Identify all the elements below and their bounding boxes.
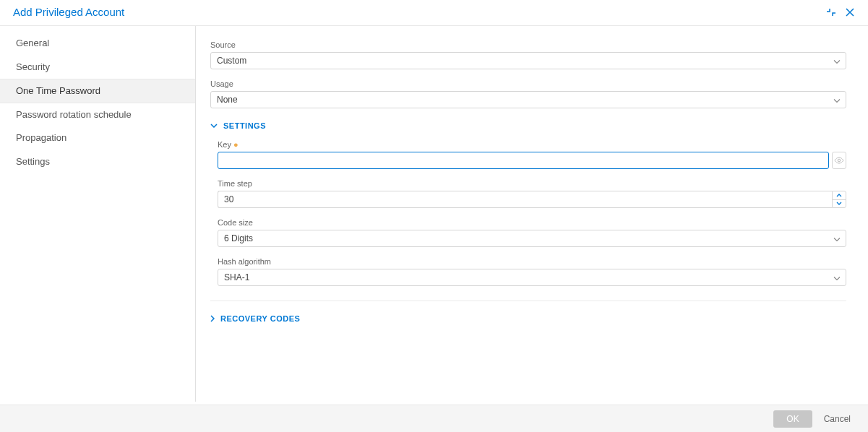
time-step-stepper <box>218 191 846 208</box>
hash-algorithm-value: SHA-1 <box>218 269 846 286</box>
chevron-down-icon <box>836 200 842 207</box>
sidebar-item-settings[interactable]: Settings <box>0 150 195 174</box>
hash-algorithm-select[interactable]: SHA-1 <box>218 269 846 286</box>
code-size-select[interactable]: 6 Digits <box>218 230 846 247</box>
key-input[interactable] <box>218 152 829 169</box>
content-panel: Source Custom Usage None SETTINGS Key ● <box>196 26 868 402</box>
sidebar-item-otp[interactable]: One Time Password <box>0 79 195 103</box>
source-select[interactable]: Custom <box>210 52 846 69</box>
cancel-button[interactable]: Cancel <box>824 414 851 424</box>
source-value: Custom <box>210 52 846 69</box>
section-divider <box>210 301 846 301</box>
settings-section: Key ● Time step <box>210 140 846 286</box>
sidebar-item-general[interactable]: General <box>0 32 195 56</box>
reveal-password-button[interactable] <box>832 152 846 169</box>
close-icon[interactable] <box>845 7 855 17</box>
minimize-icon[interactable] <box>826 7 836 17</box>
sidebar: General Security One Time Password Passw… <box>0 26 196 402</box>
dialog-footer: OK Cancel <box>0 405 868 432</box>
dialog-header: Add Privileged Account <box>0 0 868 26</box>
ok-button[interactable]: OK <box>773 410 812 428</box>
source-label: Source <box>210 40 846 49</box>
usage-label: Usage <box>210 79 846 88</box>
usage-select[interactable]: None <box>210 91 846 108</box>
code-size-label: Code size <box>218 218 846 227</box>
dialog-body: General Security One Time Password Passw… <box>0 26 868 402</box>
eye-icon <box>834 155 844 166</box>
sidebar-item-security[interactable]: Security <box>0 56 195 79</box>
sidebar-item-rotation[interactable]: Password rotation schedule <box>0 103 195 127</box>
stepper-up-button[interactable] <box>833 191 846 200</box>
stepper-down-button[interactable] <box>833 200 846 208</box>
sidebar-item-propagation[interactable]: Propagation <box>0 126 195 150</box>
settings-section-toggle[interactable]: SETTINGS <box>210 121 846 130</box>
recovery-section-toggle[interactable]: RECOVERY CODES <box>210 314 846 323</box>
svg-point-0 <box>838 159 841 162</box>
usage-value: None <box>210 91 846 108</box>
settings-section-title: SETTINGS <box>223 121 266 130</box>
time-step-input[interactable] <box>218 191 832 208</box>
recovery-section-title: RECOVERY CODES <box>220 314 300 323</box>
key-label: Key ● <box>218 140 846 149</box>
chevron-right-icon <box>210 315 215 322</box>
header-icons <box>826 7 855 17</box>
code-size-value: 6 Digits <box>218 230 846 247</box>
chevron-up-icon <box>836 192 842 199</box>
chevron-down-icon <box>210 124 218 128</box>
key-row <box>218 152 846 169</box>
time-step-label: Time step <box>218 179 846 188</box>
hash-algorithm-label: Hash algorithm <box>218 257 846 266</box>
dialog-title: Add Privileged Account <box>13 6 124 18</box>
stepper-buttons <box>832 191 846 208</box>
